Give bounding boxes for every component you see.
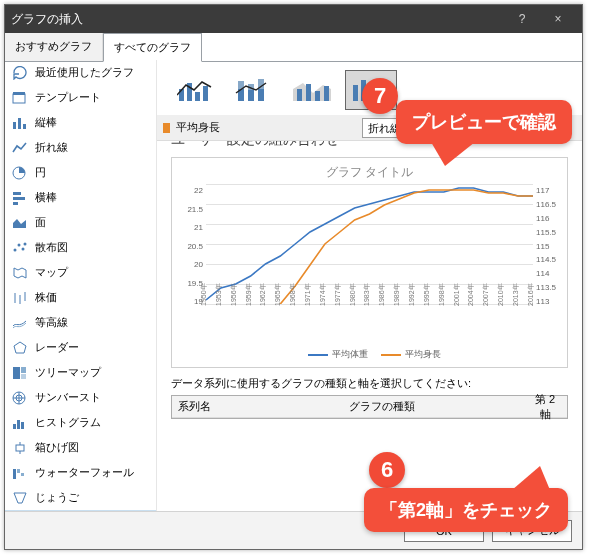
templates-icon <box>11 90 28 105</box>
category-label: ウォーターフォール <box>35 465 134 480</box>
category-scatter[interactable]: 散布図 <box>5 235 156 260</box>
category-label: サンバースト <box>35 390 101 405</box>
category-sunburst[interactable]: サンバースト <box>5 385 156 410</box>
titlebar: グラフの挿入 ? × <box>5 5 582 33</box>
category-label: 最近使用したグラフ <box>35 65 134 80</box>
line-icon <box>11 140 28 155</box>
chart-subtype-icon <box>235 75 275 105</box>
svg-marker-17 <box>14 342 26 353</box>
svg-point-11 <box>17 243 20 246</box>
svg-marker-34 <box>14 493 26 503</box>
tab-row: おすすめグラフ すべてのグラフ <box>5 33 582 62</box>
svg-marker-9 <box>13 219 26 228</box>
svg-rect-0 <box>13 94 25 103</box>
svg-rect-51 <box>324 86 329 101</box>
svg-rect-19 <box>21 367 26 373</box>
category-label: 散布図 <box>35 240 68 255</box>
category-histogram[interactable]: ヒストグラム <box>5 410 156 435</box>
category-stock[interactable]: 株価 <box>5 285 156 310</box>
category-templates[interactable]: テンプレート <box>5 85 156 110</box>
svg-rect-20 <box>21 374 26 379</box>
category-label: 折れ線 <box>35 140 68 155</box>
category-bar[interactable]: 横棒 <box>5 185 156 210</box>
close-button[interactable]: × <box>540 5 576 33</box>
svg-rect-32 <box>17 469 20 473</box>
category-treemap[interactable]: ツリーマップ <box>5 360 156 385</box>
sunburst-icon <box>11 390 28 405</box>
category-label: テンプレート <box>35 90 101 105</box>
svg-rect-40 <box>203 86 208 101</box>
category-waterfall[interactable]: ウォーターフォール <box>5 460 156 485</box>
category-funnel[interactable]: じょうご <box>5 485 156 510</box>
treemap-icon <box>11 365 28 380</box>
chart-subtype-icon <box>177 75 217 105</box>
annotation-step-7: 7 <box>362 78 398 114</box>
category-map[interactable]: マップ <box>5 260 156 285</box>
chart-legend: 平均体重 平均身長 <box>178 348 561 361</box>
category-recent[interactable]: 最近使用したグラフ <box>5 60 156 85</box>
category-label: じょうご <box>35 490 79 505</box>
col-series-name: 系列名 <box>172 396 343 417</box>
area-icon <box>11 215 28 230</box>
column-icon <box>11 115 28 130</box>
subtype-clustered-column-line[interactable] <box>171 70 223 110</box>
svg-point-10 <box>13 248 16 251</box>
svg-rect-31 <box>13 469 16 479</box>
category-label: 縦棒 <box>35 115 57 130</box>
subtype-stacked-area-column[interactable] <box>287 70 339 110</box>
svg-rect-26 <box>17 420 20 429</box>
svg-rect-6 <box>13 192 21 195</box>
boxwhisker-icon <box>11 440 28 455</box>
svg-rect-50 <box>315 91 320 101</box>
series-hint: データ系列に使用するグラフの種類と軸を選択してください: <box>171 376 568 391</box>
annotation-step-6: 6 <box>369 452 405 488</box>
category-surface[interactable]: 等高線 <box>5 310 156 335</box>
svg-rect-48 <box>297 89 302 101</box>
insert-chart-dialog: グラフの挿入 ? × おすすめグラフ すべてのグラフ 最近使用したグラフテンプレ… <box>4 4 583 550</box>
series-grid: 系列名 グラフの種類 第 2 軸 平均体重折れ線平均身長折れ線 <box>171 395 568 419</box>
tab-recommended[interactable]: おすすめグラフ <box>5 33 103 61</box>
waterfall-icon <box>11 465 28 480</box>
svg-rect-25 <box>13 424 16 429</box>
col-chart-type: グラフの種類 <box>343 396 523 417</box>
col-secondary-axis: 第 2 軸 <box>523 389 567 425</box>
category-label: 円 <box>35 165 46 180</box>
surface-icon <box>11 315 28 330</box>
svg-rect-7 <box>13 197 25 200</box>
category-pie[interactable]: 円 <box>5 160 156 185</box>
category-label: ツリーマップ <box>35 365 101 380</box>
window-title: グラフの挿入 <box>11 11 504 28</box>
histogram-icon <box>11 415 28 430</box>
annotation-callout-preview: プレビューで確認 <box>396 100 572 144</box>
category-label: 面 <box>35 215 46 230</box>
category-label: 等高線 <box>35 315 68 330</box>
svg-rect-52 <box>353 85 358 101</box>
funnel-icon <box>11 490 28 505</box>
tab-all-charts[interactable]: すべてのグラフ <box>103 33 202 62</box>
svg-rect-18 <box>13 367 20 379</box>
svg-rect-2 <box>13 122 16 129</box>
annotation-callout-axis2: 「第2軸」をチェック <box>364 488 568 532</box>
svg-rect-1 <box>13 92 25 95</box>
category-column[interactable]: 縦棒 <box>5 110 156 135</box>
svg-rect-28 <box>16 445 24 451</box>
category-label: マップ <box>35 265 68 280</box>
category-area[interactable]: 面 <box>5 210 156 235</box>
category-label: 箱ひげ図 <box>35 440 79 455</box>
pie-icon <box>11 165 28 180</box>
svg-rect-33 <box>21 473 24 476</box>
category-list: 最近使用したグラフテンプレート縦棒折れ線円横棒面散布図マップ株価等高線レーダーツ… <box>5 60 157 511</box>
category-radar[interactable]: レーダー <box>5 335 156 360</box>
svg-point-12 <box>21 247 24 250</box>
svg-rect-27 <box>21 422 24 429</box>
category-line[interactable]: 折れ線 <box>5 135 156 160</box>
svg-rect-8 <box>13 202 18 205</box>
scatter-icon <box>11 240 28 255</box>
recent-icon <box>11 65 28 80</box>
stock-icon <box>11 290 28 305</box>
help-button[interactable]: ? <box>504 5 540 33</box>
bar-icon <box>11 190 28 205</box>
subtype-stacked-column-line[interactable] <box>229 70 281 110</box>
svg-rect-3 <box>18 118 21 129</box>
category-boxwhisker[interactable]: 箱ひげ図 <box>5 435 156 460</box>
